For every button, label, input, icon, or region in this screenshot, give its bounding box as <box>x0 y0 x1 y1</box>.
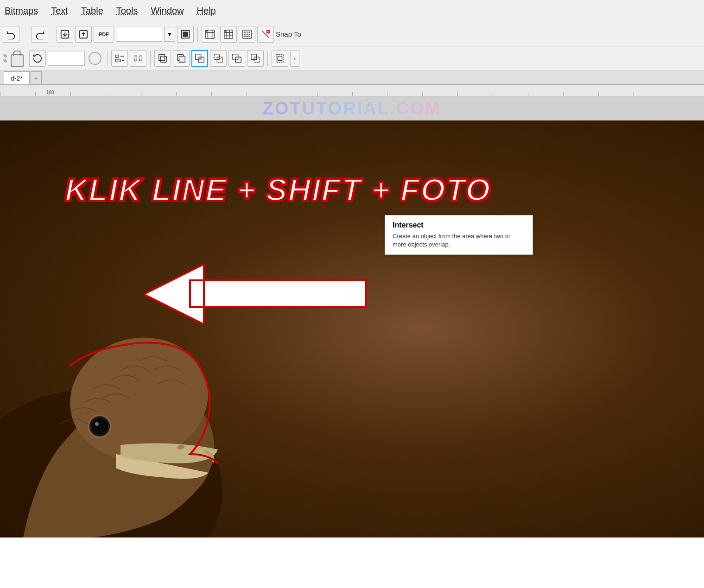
menu-help[interactable]: Help <box>196 4 217 18</box>
menu-bar: Bitmaps Text Table Tools Window Help <box>0 0 704 22</box>
front-minus-back-button[interactable] <box>228 50 245 67</box>
watermark-strip: ZOTUTORIAL.COM <box>0 96 704 120</box>
ruler: 180 <box>0 85 704 96</box>
align-button[interactable] <box>111 50 128 67</box>
svg-point-19 <box>247 32 248 33</box>
svg-rect-36 <box>159 54 165 60</box>
redo-button[interactable] <box>32 26 48 43</box>
svg-rect-50 <box>278 56 282 60</box>
back-minus-front-button[interactable] <box>247 50 264 67</box>
undo-button[interactable] <box>3 26 19 43</box>
add-tab-button[interactable]: + <box>31 71 42 84</box>
watermark-text: ZOTUTORIAL.COM <box>263 99 441 119</box>
export-button[interactable] <box>75 26 92 43</box>
instruction-overlay: KLIK LINE + SHIFT + FOTO <box>65 171 491 208</box>
subtract-button[interactable] <box>173 50 190 67</box>
menu-table[interactable]: Table <box>80 4 104 18</box>
svg-marker-59 <box>144 264 204 324</box>
svg-point-18 <box>244 32 246 33</box>
menu-bitmaps[interactable]: Bitmaps <box>4 4 39 18</box>
svg-point-20 <box>248 32 250 33</box>
page-border-button[interactable] <box>177 26 194 43</box>
svg-point-10 <box>206 30 207 31</box>
separator1 <box>197 27 198 42</box>
instruction-text: KLIK LINE + SHIFT + FOTO <box>65 171 491 208</box>
snap-button[interactable] <box>257 26 274 43</box>
svg-point-24 <box>244 36 246 37</box>
rotation-input[interactable]: 0.0 <box>48 51 85 66</box>
rotate-ccw-button[interactable] <box>29 50 46 67</box>
svg-rect-34 <box>134 56 137 61</box>
menu-tools[interactable]: Tools <box>115 4 139 18</box>
distribute-button[interactable] <box>130 50 146 67</box>
tab-bar: d-2* + <box>0 70 704 85</box>
more-options-button[interactable]: › <box>290 50 299 67</box>
view-dots-button[interactable] <box>239 26 255 43</box>
toolbar2: % % 0.0 <box>0 46 704 70</box>
active-tab[interactable]: d-2* <box>4 71 30 84</box>
lock-proportions-button[interactable] <box>11 54 24 67</box>
svg-point-16 <box>225 30 226 31</box>
svg-point-26 <box>248 36 250 37</box>
tooltip-description: Create an object from the area where two… <box>393 232 525 249</box>
toolbar1: PDF 200% ▼ <box>0 22 704 46</box>
arrow-graphic <box>144 264 394 324</box>
zoom-dropdown-button[interactable]: ▼ <box>164 27 175 42</box>
svg-rect-5 <box>183 32 187 36</box>
snap-to-label: Snap To <box>276 30 301 38</box>
boundary-button[interactable] <box>272 50 288 67</box>
tab-name: d-2* <box>11 75 23 82</box>
view-grid-button[interactable] <box>220 26 237 43</box>
svg-point-25 <box>247 36 248 37</box>
svg-point-54 <box>91 418 108 435</box>
svg-rect-31 <box>115 59 121 61</box>
canvas-area: KLIK LINE + SHIFT + FOTO Intersect Creat… <box>0 120 704 537</box>
import-button[interactable] <box>57 26 73 43</box>
separator4 <box>267 51 268 66</box>
ruler-ticks <box>0 85 704 96</box>
svg-point-55 <box>95 422 99 426</box>
svg-rect-42 <box>198 57 201 60</box>
svg-rect-37 <box>160 56 166 62</box>
tooltip-title: Intersect <box>393 221 525 229</box>
intersect-button[interactable] <box>191 50 208 67</box>
svg-point-22 <box>247 33 248 35</box>
svg-rect-30 <box>115 55 119 57</box>
separator2 <box>107 51 108 66</box>
intersect-tooltip: Intersect Create an object from the area… <box>385 215 533 255</box>
svg-point-21 <box>244 33 246 35</box>
bird-illustration <box>0 167 301 537</box>
watermark-area: 180 ZOTUTORIAL.COM <box>0 85 704 120</box>
pdf-button[interactable]: PDF <box>94 26 114 43</box>
zoom-input[interactable]: 200% <box>116 27 162 42</box>
svg-point-23 <box>248 33 250 35</box>
separator3 <box>150 51 151 66</box>
view-page-button[interactable] <box>202 26 218 43</box>
unite-button[interactable] <box>154 50 171 67</box>
svg-rect-39 <box>179 56 185 62</box>
menu-text[interactable]: Text <box>50 4 69 18</box>
svg-rect-35 <box>140 56 142 61</box>
svg-rect-49 <box>276 54 284 62</box>
percent-indicator: % % <box>3 53 7 63</box>
shape-indicator <box>89 52 101 65</box>
exclude-button[interactable] <box>210 50 227 67</box>
menu-window[interactable]: Window <box>150 4 184 18</box>
svg-rect-58 <box>190 280 366 307</box>
